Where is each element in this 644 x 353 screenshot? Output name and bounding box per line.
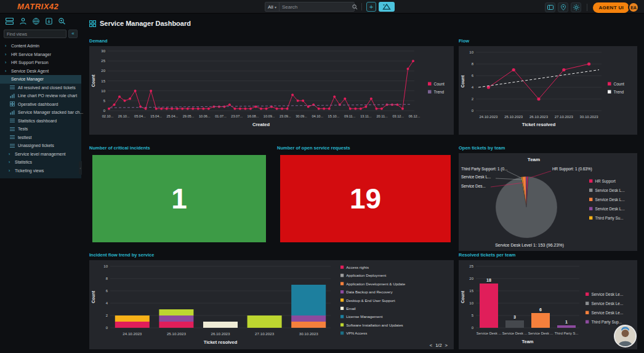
panel-open-by-team: Open tickets by team TeamThird Party Sup…	[459, 145, 637, 251]
tree-item-service-level-management[interactable]: ›Service level management	[0, 150, 81, 159]
svg-text:15.04...: 15.04...	[150, 114, 162, 118]
pin-icon	[561, 4, 566, 10]
search-plus-icon[interactable]	[58, 18, 66, 25]
svg-text:15: 15	[469, 289, 473, 293]
pager-prev-button[interactable]: <	[430, 343, 432, 348]
tree-item-content-admin[interactable]: ›Content Admin	[0, 42, 81, 50]
settings-button[interactable]	[571, 2, 581, 12]
tree-item-tests[interactable]: Tests	[0, 125, 81, 133]
sidebar: « ›Content Admin›HR Service Manager›HR S…	[0, 14, 81, 353]
panel-critical-incidents: Number of critical incidents 1	[89, 145, 269, 248]
tree-item-service-desk-agent[interactable]: ›Service Desk Agent	[0, 67, 81, 76]
grid-icon	[10, 101, 15, 106]
user-photo-avatar[interactable]	[614, 325, 637, 347]
tree-item-ticketing-views[interactable]: ›Ticketing views	[0, 167, 81, 175]
panel-flow-chart[interactable]: 0246810Count24.10.202325.10.202326.10.20…	[459, 46, 637, 135]
svg-text:18: 18	[486, 278, 491, 282]
svg-text:01.07...: 01.07...	[215, 114, 227, 118]
location-button[interactable]	[558, 2, 568, 12]
tree-item-all-resolved-and-closed-tickets[interactable]: All resolved and closed tickets	[0, 84, 81, 92]
svg-text:10: 10	[103, 264, 108, 268]
search-scope-value: All	[268, 4, 273, 10]
divider	[587, 4, 587, 11]
find-views-row: «	[0, 28, 81, 41]
search-icon[interactable]	[352, 4, 358, 10]
svg-text:13.11...: 13.11...	[360, 114, 372, 118]
svg-text:26.10.2023: 26.10.2023	[211, 331, 231, 336]
svg-text:Third Party Su...: Third Party Su...	[595, 216, 623, 221]
panel-open-by-team-chart[interactable]: TeamThird Party Support: 1 (0...Service …	[459, 153, 637, 251]
tree-item-statistics[interactable]: ›Statistics	[0, 158, 81, 167]
svg-text:30: 30	[101, 49, 105, 53]
panel-resolved-title: Resolved tickets per team	[459, 252, 637, 260]
chevron-down-icon: ▾	[275, 5, 276, 9]
tree-item-service-manager-stacked-bar-ch[interactable]: Service Manager stacked bar ch...	[0, 108, 81, 117]
collapse-tree-button[interactable]: «	[68, 30, 78, 38]
pager-next-button[interactable]: >	[445, 343, 448, 348]
svg-text:20.11...: 20.11...	[376, 114, 388, 118]
svg-text:24.10.2023: 24.10.2023	[479, 115, 498, 119]
user-avatar[interactable]: EA	[628, 2, 639, 13]
gear-icon	[573, 4, 579, 10]
app-switcher-button[interactable]	[379, 2, 395, 12]
svg-text:04.10...: 04.10...	[312, 114, 323, 118]
critical-incidents-value: 1	[92, 155, 266, 242]
svg-text:16.08...: 16.08...	[248, 114, 259, 118]
svg-text:03.12...: 03.12...	[392, 114, 404, 118]
list-icon	[10, 143, 15, 148]
search-scope-dropdown[interactable]: All ▾	[265, 2, 280, 11]
svg-text:Ticket resolved: Ticket resolved	[522, 122, 556, 127]
global-search: All ▾	[265, 2, 355, 12]
brand-logo[interactable]: MATRIX42	[17, 2, 58, 11]
svg-text:25.10.2023: 25.10.2023	[167, 331, 187, 336]
panel-incident-flow-chart[interactable]: 0246810Count24.10.202325.10.202326.10.20…	[89, 260, 454, 349]
app: { "theme": { "accent_teal": "#29b7ce", "…	[0, 0, 644, 353]
svg-text:23.07...: 23.07...	[231, 114, 243, 118]
sidebar-collapse-handle[interactable]: ‹	[79, 161, 82, 175]
svg-text:VPN Access: VPN Access	[346, 331, 367, 335]
chevron-right-icon: ›	[5, 52, 8, 57]
svg-text:Service Desk L...: Service Desk L...	[595, 197, 625, 202]
svg-text:25.04...: 25.04...	[167, 114, 179, 118]
kanban-icon	[547, 5, 553, 10]
agent-ui-button[interactable]: AGENT UI	[593, 2, 629, 13]
tree-item-line-chart-po-review-role-chart[interactable]: Line chart PO review role chart	[0, 92, 81, 100]
chart-icon	[10, 110, 15, 115]
find-views-input[interactable]	[4, 30, 66, 38]
tree-item-statistics-dashboard[interactable]: Statistics dashboard	[0, 117, 81, 125]
globe-icon[interactable]	[33, 18, 39, 25]
svg-text:Count: Count	[434, 82, 445, 86]
svg-text:10: 10	[469, 50, 473, 54]
svg-text:30.10.2023: 30.10.2023	[299, 331, 319, 336]
svg-text:27.10.2023: 27.10.2023	[255, 331, 275, 336]
search-input[interactable]	[280, 4, 352, 10]
panel-demand-chart[interactable]: 051015202530Count02.10...26.10...05.04..…	[89, 46, 454, 135]
add-button[interactable]: +	[366, 2, 376, 12]
svg-text:27.10.2023: 27.10.2023	[555, 115, 574, 119]
user-icon[interactable]	[20, 18, 26, 25]
svg-text:02.10...: 02.10...	[102, 114, 114, 118]
tree-item-hr-support-person[interactable]: ›HR Support Person	[0, 58, 81, 67]
tree-item-testtest[interactable]: testtest	[0, 133, 81, 142]
list-icon	[10, 85, 15, 90]
panel-resolved-chart[interactable]: 0510152025Count18Service Desk ...3Servic…	[459, 260, 637, 349]
views-icon[interactable]	[6, 18, 14, 25]
tree-item-hr-service-manager[interactable]: ›HR Service Manager	[0, 50, 81, 59]
list-icon	[10, 118, 15, 123]
svg-text:10: 10	[101, 89, 105, 93]
pager-page-label: 1/2	[435, 343, 441, 348]
kanban-button[interactable]	[545, 2, 555, 12]
tree-item-operative-dashboard[interactable]: Operative dashboard	[0, 100, 81, 109]
archive-icon[interactable]	[46, 18, 52, 25]
svg-text:Trend: Trend	[614, 90, 624, 94]
svg-text:Application Deployment: Application Deployment	[346, 273, 386, 277]
panel-incident-flow-title: Incident flow trend by service	[89, 252, 454, 260]
panel-open-by-team-title: Open tickets by team	[459, 145, 637, 153]
tree-item-service-manager[interactable]: Service Manager	[0, 75, 81, 84]
svg-text:1: 1	[565, 320, 568, 324]
main-content: Service Manager Dashboard Demand 0510152…	[81, 14, 644, 353]
tree-item-unassigned-tickets[interactable]: Unassigned tickets	[0, 141, 81, 150]
svg-text:Service Desk ...: Service Desk ...	[477, 331, 502, 335]
svg-text:Service Desk ...: Service Desk ...	[502, 331, 528, 335]
svg-text:License Management: License Management	[346, 314, 382, 319]
